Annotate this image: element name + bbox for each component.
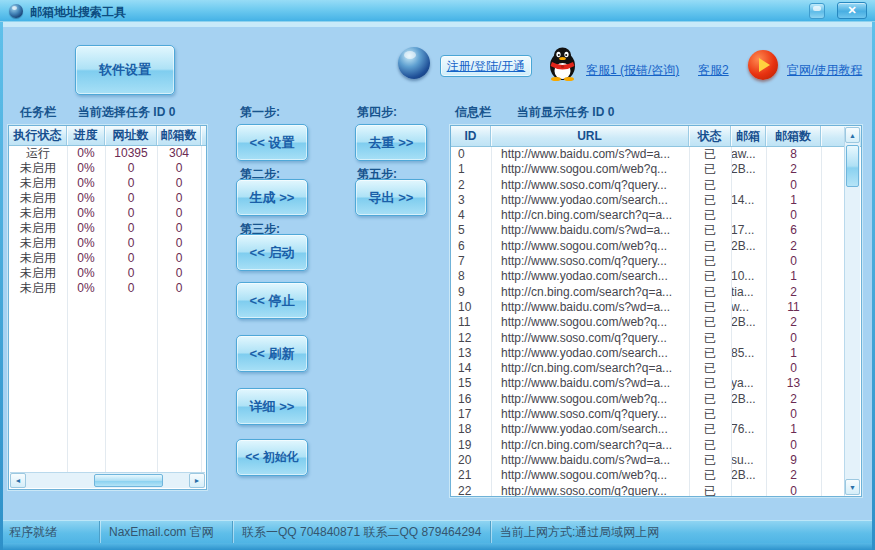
table-row[interactable]: 未启用0%00 bbox=[9, 176, 206, 191]
table-row[interactable]: 未启用0%00 bbox=[9, 251, 206, 266]
table-cell: 已 bbox=[689, 346, 731, 361]
table-cell: 已 bbox=[689, 453, 731, 468]
scroll-up-icon[interactable]: ▲ bbox=[845, 127, 860, 143]
table-cell: 未启用 bbox=[9, 221, 67, 236]
table-cell: http://www.sogou.com/web?q... bbox=[491, 315, 689, 330]
play-tutorial-icon[interactable] bbox=[748, 50, 778, 80]
table-row[interactable]: 6http://www.sogou.com/web?q...已2B...2 bbox=[451, 239, 845, 254]
table-cell: 0 bbox=[105, 266, 157, 281]
close-button[interactable]: ✕ bbox=[837, 2, 867, 19]
support2-link[interactable]: 客服2 bbox=[698, 62, 729, 79]
table-cell bbox=[731, 178, 766, 193]
table-row[interactable]: 4http://cn.bing.com/search?q=a...已0 bbox=[451, 208, 845, 223]
column-header[interactable]: 网址数 bbox=[105, 126, 157, 145]
table-cell: http://www.yodao.com/search... bbox=[491, 269, 689, 284]
table-row[interactable]: 22http://www.soso.com/q?query...已0 bbox=[451, 484, 845, 497]
column-header[interactable]: 邮箱数 bbox=[766, 126, 821, 146]
table-row[interactable]: 7http://www.soso.com/q?query...已0 bbox=[451, 254, 845, 269]
table-row[interactable]: 0http://www.baidu.com/s?wd=a...已aw...8 bbox=[451, 147, 845, 162]
table-cell: http://www.sogou.com/web?q... bbox=[491, 392, 689, 407]
table-row[interactable]: 21http://www.sogou.com/web?q...已2B...2 bbox=[451, 468, 845, 483]
table-row[interactable]: 16http://www.sogou.com/web?q...已2B...2 bbox=[451, 392, 845, 407]
column-header[interactable]: 进度 bbox=[67, 126, 105, 145]
dedupe-button[interactable]: 去重 >> bbox=[355, 124, 427, 161]
support1-link[interactable]: 客服1 (报错/咨询) bbox=[586, 62, 679, 79]
table-cell: 3 bbox=[451, 193, 491, 208]
table-row[interactable]: 15http://www.baidu.com/s?wd=a...已ya...13 bbox=[451, 376, 845, 391]
table-row[interactable]: 10http://www.baidu.com/s?wd=a...已w...11 bbox=[451, 300, 845, 315]
start-button[interactable]: << 启动 bbox=[236, 234, 308, 271]
table-row[interactable]: 8http://www.yodao.com/search...已10...1 bbox=[451, 269, 845, 284]
table-cell: http://www.soso.com/q?query... bbox=[491, 178, 689, 193]
scroll-left-icon[interactable]: ◄ bbox=[10, 473, 26, 488]
table-row[interactable]: 14http://cn.bing.com/search?q=a...已0 bbox=[451, 361, 845, 376]
table-row[interactable]: 12http://www.soso.com/q?query...已0 bbox=[451, 331, 845, 346]
table-row[interactable]: 13http://www.yodao.com/search...已85...1 bbox=[451, 346, 845, 361]
table-cell: 已 bbox=[689, 162, 731, 177]
table-cell: 85... bbox=[731, 346, 766, 361]
table-row[interactable]: 3http://www.yodao.com/search...已14...1 bbox=[451, 193, 845, 208]
column-header[interactable]: URL bbox=[491, 126, 689, 146]
scrollbar-thumb[interactable] bbox=[94, 474, 162, 487]
column-header[interactable]: 执行状态 bbox=[9, 126, 67, 145]
task-table-body: 运行0%10395304未启用0%00未启用0%00未启用0%00未启用0%00… bbox=[9, 146, 206, 474]
titlebar-underline bbox=[0, 22, 875, 27]
table-cell: 0% bbox=[67, 191, 105, 206]
column-header[interactable]: 状态 bbox=[689, 126, 731, 146]
table-row[interactable]: 20http://www.baidu.com/s?wd=a...已su...9 bbox=[451, 453, 845, 468]
table-row[interactable]: 18http://www.yodao.com/search...已76...1 bbox=[451, 422, 845, 437]
table-cell: 未启用 bbox=[9, 191, 67, 206]
table-row[interactable]: 运行0%10395304 bbox=[9, 146, 206, 161]
setup-button[interactable]: << 设置 bbox=[236, 124, 308, 161]
table-cell: 已 bbox=[689, 269, 731, 284]
table-row[interactable]: 9http://cn.bing.com/search?q=a...已tia...… bbox=[451, 285, 845, 300]
table-cell bbox=[731, 331, 766, 346]
table-cell: 9 bbox=[766, 453, 821, 468]
table-row[interactable]: 未启用0%00 bbox=[9, 266, 206, 281]
register-login-button[interactable]: 注册/登陆/开通 bbox=[440, 55, 532, 77]
qq-icon[interactable] bbox=[545, 46, 580, 81]
table-row[interactable]: 2http://www.soso.com/q?query...已0 bbox=[451, 178, 845, 193]
table-cell: http://www.soso.com/q?query... bbox=[491, 407, 689, 422]
table-row[interactable]: 未启用0%00 bbox=[9, 281, 206, 296]
table-cell: 0% bbox=[67, 236, 105, 251]
column-header[interactable]: 邮箱数 bbox=[157, 126, 201, 145]
table-cell: 已 bbox=[689, 300, 731, 315]
detail-button[interactable]: 详细 >> bbox=[236, 388, 308, 425]
table-row[interactable]: 未启用0%00 bbox=[9, 206, 206, 221]
info-table-header: ID URL 状态 邮箱 邮箱数 bbox=[451, 126, 861, 147]
minimize-to-tray-button[interactable] bbox=[809, 3, 825, 19]
table-row[interactable]: 19http://cn.bing.com/search?q=a...已0 bbox=[451, 438, 845, 453]
table-row[interactable]: 11http://www.sogou.com/web?q...已2B...2 bbox=[451, 315, 845, 330]
export-button[interactable]: 导出 >> bbox=[355, 179, 427, 216]
table-cell: 已 bbox=[689, 223, 731, 238]
table-cell: 0% bbox=[67, 176, 105, 191]
refresh-button[interactable]: << 刷新 bbox=[236, 335, 308, 372]
generate-button[interactable]: 生成 >> bbox=[236, 179, 308, 216]
initialize-button[interactable]: << 初始化 bbox=[236, 439, 308, 476]
table-row[interactable]: 未启用0%00 bbox=[9, 236, 206, 251]
column-header[interactable]: ID bbox=[451, 126, 491, 146]
stop-button[interactable]: << 停止 bbox=[236, 282, 308, 319]
table-cell bbox=[731, 484, 766, 497]
scroll-down-icon[interactable]: ▼ bbox=[845, 479, 860, 495]
scrollbar-thumb[interactable] bbox=[846, 145, 859, 187]
software-settings-button[interactable]: 软件设置 bbox=[75, 45, 175, 95]
table-cell: 11 bbox=[451, 315, 491, 330]
table-cell: aw... bbox=[731, 147, 766, 162]
table-row[interactable]: 17http://www.soso.com/q?query...已0 bbox=[451, 407, 845, 422]
table-row[interactable]: 未启用0%00 bbox=[9, 191, 206, 206]
table-cell: http://www.baidu.com/s?wd=a... bbox=[491, 300, 689, 315]
table-row[interactable]: 5http://www.baidu.com/s?wd=a...已17...6 bbox=[451, 223, 845, 238]
task-panel-current: 当前选择任务 ID 0 bbox=[78, 104, 175, 121]
scroll-right-icon[interactable]: ► bbox=[189, 473, 205, 488]
table-cell: 13 bbox=[766, 376, 821, 391]
table-row[interactable]: 未启用0%00 bbox=[9, 161, 206, 176]
column-header[interactable]: 邮箱 bbox=[731, 126, 766, 146]
table-row[interactable]: 1http://www.sogou.com/web?q...已2B...2 bbox=[451, 162, 845, 177]
status-website[interactable]: NaxEmail.com 官网 bbox=[100, 521, 233, 543]
vertical-scrollbar[interactable]: ▲ ▼ bbox=[844, 127, 860, 495]
official-site-link[interactable]: 官网/使用教程 bbox=[787, 62, 862, 79]
table-row[interactable]: 未启用0%00 bbox=[9, 221, 206, 236]
horizontal-scrollbar[interactable]: ◄ ► bbox=[10, 472, 205, 488]
